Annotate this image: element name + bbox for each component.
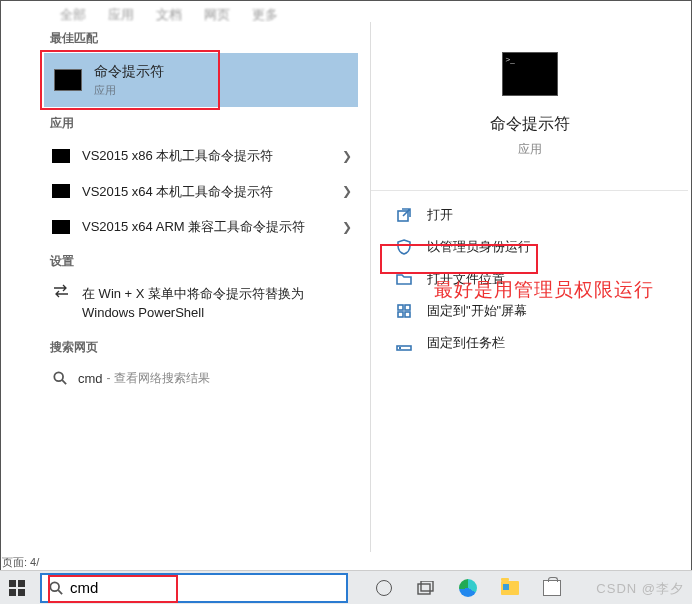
admin-icon bbox=[395, 239, 413, 255]
cmd-icon bbox=[52, 184, 70, 198]
svg-rect-16 bbox=[421, 581, 433, 591]
divider bbox=[371, 190, 688, 191]
svg-rect-10 bbox=[18, 580, 25, 587]
taskbar-search-box[interactable] bbox=[40, 573, 348, 603]
svg-rect-11 bbox=[9, 589, 16, 596]
app-result-label: VS2015 x64 ARM 兼容工具命令提示符 bbox=[82, 217, 305, 237]
section-apps: 应用 bbox=[42, 107, 362, 138]
open-icon bbox=[395, 207, 413, 223]
web-query: cmd bbox=[78, 371, 103, 386]
best-match-item[interactable]: 命令提示符 应用 bbox=[44, 53, 358, 107]
section-settings: 设置 bbox=[42, 245, 362, 276]
cortana-icon[interactable] bbox=[374, 578, 394, 598]
swap-icon bbox=[52, 284, 70, 298]
app-result-item[interactable]: VS2015 x86 本机工具命令提示符 ❯ bbox=[42, 138, 362, 174]
svg-rect-9 bbox=[9, 580, 16, 587]
best-match-title: 命令提示符 bbox=[94, 63, 164, 81]
file-explorer-icon[interactable] bbox=[500, 578, 520, 598]
app-result-item[interactable]: VS2015 x64 ARM 兼容工具命令提示符 ❯ bbox=[42, 209, 362, 245]
taskbar bbox=[0, 570, 692, 604]
results-panel: 最佳匹配 命令提示符 应用 应用 VS2015 x86 本机工具命令提示符 ❯ … bbox=[42, 22, 362, 552]
action-run-as-admin[interactable]: 以管理员身份运行 bbox=[371, 231, 688, 263]
section-best-match: 最佳匹配 bbox=[42, 22, 362, 53]
task-view-icon[interactable] bbox=[416, 578, 436, 598]
watermark: CSDN @李夕 bbox=[596, 580, 684, 598]
settings-result-item[interactable]: 在 Win + X 菜单中将命令提示符替换为 Windows PowerShel… bbox=[42, 276, 362, 331]
svg-rect-6 bbox=[405, 312, 410, 317]
best-match-subtitle: 应用 bbox=[94, 83, 164, 98]
svg-line-1 bbox=[62, 380, 66, 384]
preview-hero: 命令提示符 应用 bbox=[371, 22, 688, 168]
search-icon bbox=[52, 370, 68, 386]
annotation-text: 最好是用管理员权限运行 bbox=[434, 276, 654, 305]
taskbar-search-input[interactable] bbox=[70, 579, 340, 596]
action-label: 打开 bbox=[427, 206, 453, 224]
search-icon bbox=[48, 580, 64, 596]
app-result-item[interactable]: VS2015 x64 本机工具命令提示符 ❯ bbox=[42, 174, 362, 210]
action-open[interactable]: 打开 bbox=[371, 199, 688, 231]
action-pin-taskbar[interactable]: 固定到任务栏 bbox=[371, 327, 688, 359]
app-result-label: VS2015 x64 本机工具命令提示符 bbox=[82, 182, 273, 202]
app-result-label: VS2015 x86 本机工具命令提示符 bbox=[82, 146, 273, 166]
page-number: 页面: 4/ bbox=[2, 555, 39, 570]
svg-rect-12 bbox=[18, 589, 25, 596]
web-result-item[interactable]: cmd - 查看网络搜索结果 bbox=[42, 362, 362, 395]
start-button[interactable] bbox=[0, 571, 34, 605]
chevron-right-icon: ❯ bbox=[342, 184, 352, 198]
web-hint: - 查看网络搜索结果 bbox=[107, 370, 210, 387]
svg-rect-15 bbox=[418, 584, 430, 594]
store-icon[interactable] bbox=[542, 578, 562, 598]
cmd-icon bbox=[54, 69, 82, 91]
chevron-right-icon: ❯ bbox=[342, 149, 352, 163]
pin-taskbar-icon bbox=[395, 335, 413, 351]
svg-rect-8 bbox=[399, 347, 401, 349]
cmd-icon bbox=[52, 149, 70, 163]
svg-point-13 bbox=[50, 582, 59, 591]
edge-icon[interactable] bbox=[458, 578, 478, 598]
cmd-icon bbox=[52, 220, 70, 234]
section-web: 搜索网页 bbox=[42, 331, 362, 362]
action-label: 固定到任务栏 bbox=[427, 334, 505, 352]
chevron-right-icon: ❯ bbox=[342, 220, 352, 234]
taskbar-icons bbox=[374, 578, 562, 598]
action-label: 固定到"开始"屏幕 bbox=[427, 302, 527, 320]
action-label: 以管理员身份运行 bbox=[427, 238, 531, 256]
cmd-large-icon bbox=[502, 52, 558, 96]
pin-start-icon bbox=[395, 303, 413, 319]
svg-point-0 bbox=[54, 372, 63, 381]
svg-rect-3 bbox=[398, 305, 403, 310]
svg-rect-5 bbox=[398, 312, 403, 317]
settings-result-label: 在 Win + X 菜单中将命令提示符替换为 Windows PowerShel… bbox=[82, 284, 322, 323]
svg-rect-4 bbox=[405, 305, 410, 310]
svg-line-14 bbox=[58, 590, 62, 594]
preview-subtitle: 应用 bbox=[371, 141, 688, 158]
preview-title: 命令提示符 bbox=[371, 114, 688, 135]
folder-open-icon bbox=[395, 271, 413, 287]
